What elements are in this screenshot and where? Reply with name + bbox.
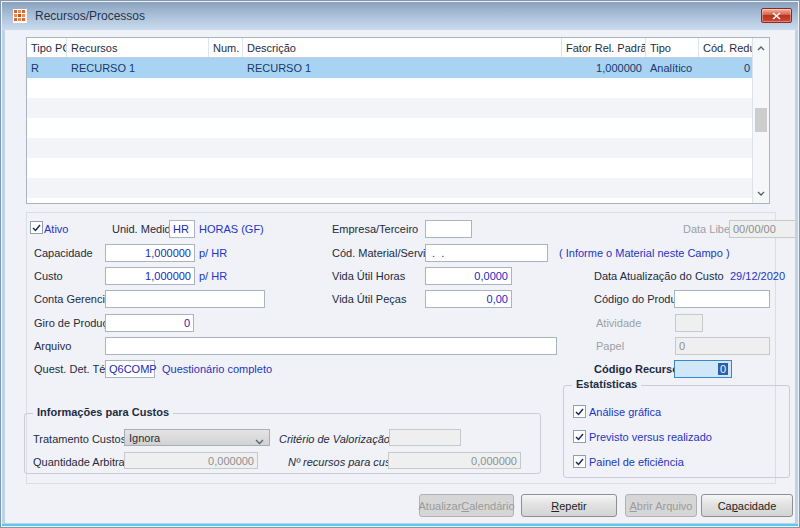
atividade-field (675, 314, 703, 332)
app-icon (12, 8, 28, 24)
col-fator-rel-padrao[interactable]: Fator Rel. Padrão (562, 38, 646, 57)
title-bar[interactable]: Recursos/Processos (2, 2, 798, 30)
chevron-down-icon (255, 435, 264, 447)
scroll-down-icon[interactable] (753, 185, 769, 201)
n-recursos-custos-field: 0,000000 (388, 452, 521, 469)
col-descricao[interactable]: Descrição (243, 38, 562, 57)
custo-field[interactable]: 1,000000 (105, 267, 195, 285)
quantidade-arbitrada-field: 0,000000 (124, 452, 258, 469)
giro-producao-field[interactable]: 0 (105, 314, 194, 332)
empresa-terceiro-field[interactable] (425, 220, 472, 238)
atualizar-calendario-button: Atualizar Calendário (419, 494, 514, 517)
ativo-checkbox[interactable] (30, 221, 43, 234)
unid-medida-label: Unid. Medida (112, 223, 177, 235)
cell-recursos: RECURSO 1 (67, 58, 209, 78)
previsto-realizado-label: Previsto versus realizado (589, 431, 712, 443)
vida-util-horas-field[interactable]: 0,0000 (425, 267, 512, 285)
analise-grafica-checkbox[interactable] (573, 405, 586, 418)
cell-tipo-pcp: R (27, 58, 67, 78)
conta-gerencial-label: Conta Gerencial (34, 293, 114, 305)
codigo-produto-label: Código do Produto (594, 293, 686, 305)
tratamento-custos-value: Ignora (129, 432, 160, 444)
recursos-processos-dialog: Recursos/Processos Tipo PCP Recursos Num… (0, 0, 800, 528)
painel-eficiencia-checkbox[interactable] (573, 455, 586, 468)
tratamento-custos-dropdown[interactable]: Ignora (124, 429, 270, 446)
col-tipo[interactable]: Tipo (646, 38, 699, 57)
col-cod-reduzido[interactable]: Cód. Reduzido (699, 38, 754, 57)
capacidade-label: Capacidade (34, 247, 93, 259)
unid-medida-desc: HORAS (GF) (199, 223, 264, 235)
close-button[interactable] (761, 8, 792, 23)
quest-det-tec-field[interactable]: Q6COMP (105, 360, 155, 378)
criterio-valorizacao-field (389, 429, 461, 446)
window-edge-highlight (2, 524, 798, 526)
vida-util-pecas-label: Vida Útil Peças (332, 293, 406, 305)
tratamento-custos-label: Tratamento Custos (33, 433, 126, 445)
criterio-valorizacao-label: Critério de Valorização (279, 433, 390, 445)
col-tipo-pcp[interactable]: Tipo PCP (27, 38, 67, 57)
arquivo-field[interactable] (105, 337, 557, 355)
cell-descricao: RECURSO 1 (243, 58, 562, 78)
codigo-recurso-field[interactable]: 0 (674, 360, 732, 378)
cod-material-field[interactable]: . . (425, 244, 548, 262)
capacidade-unit: p/ HR (199, 247, 227, 259)
estatisticas-group-title: Estatísticas (572, 378, 641, 390)
check-icon (575, 458, 584, 466)
empresa-terceiro-label: Empresa/Terceiro (332, 223, 418, 235)
empty-row (27, 98, 769, 118)
capacidade-button[interactable]: Capacidade (701, 494, 793, 517)
ativo-label: Ativo (44, 223, 68, 235)
atividade-label: Atividade (596, 317, 641, 329)
cell-cod-reduzido: 0 (699, 58, 754, 78)
table-row[interactable]: R RECURSO 1 RECURSO 1 1,000000 Analítico… (27, 58, 769, 78)
selected-value: 0 (718, 363, 728, 375)
papel-field: 0 (675, 337, 770, 355)
quantidade-arbitrada-label: Quantidade Arbitrada (33, 456, 137, 468)
resources-table: Tipo PCP Recursos Num. Descrição Fator R… (26, 37, 770, 204)
data-atualizacao-label: Data Atualização do Custo (594, 270, 724, 282)
close-icon (772, 12, 781, 20)
check-icon (575, 433, 584, 441)
codigo-recurso-label: Código Recurso (594, 363, 679, 375)
check-icon (32, 224, 41, 232)
previsto-realizado-checkbox[interactable] (573, 430, 586, 443)
repetir-button[interactable]: Repetir (521, 494, 617, 517)
quest-det-tec-label: Quest. Det. Téc. (34, 363, 114, 375)
col-recursos[interactable]: Recursos (67, 38, 209, 57)
cod-material-hint: ( Informe o Material neste Campo ) (559, 247, 730, 259)
painel-eficiencia-label: Painel de eficiência (589, 456, 684, 468)
cell-fator-rel-padrao: 1,000000 (562, 58, 646, 78)
scrollbar-thumb[interactable] (755, 108, 767, 132)
empty-row (27, 118, 769, 138)
capacidade-field[interactable]: 1,000000 (105, 244, 195, 262)
quest-det-tec-desc: Questionário completo (162, 363, 272, 375)
table-header: Tipo PCP Recursos Num. Descrição Fator R… (27, 38, 769, 58)
empty-row (27, 78, 769, 98)
analise-grafica-label: Análise gráfica (589, 406, 661, 418)
arquivo-label: Arquivo (34, 340, 71, 352)
col-num[interactable]: Num. (209, 38, 243, 57)
abrir-arquivo-button: Abrir Arquivo (625, 494, 697, 517)
window-title: Recursos/Processos (35, 9, 145, 23)
data-liberacao-field: 00/00/00 (729, 220, 796, 238)
cell-tipo: Analítico (646, 58, 699, 78)
scroll-up-icon[interactable] (753, 40, 769, 56)
check-icon (575, 408, 584, 416)
codigo-produto-field[interactable] (674, 290, 770, 308)
cod-material-label: Cód. Material/Serviço (332, 247, 437, 259)
papel-label: Papel (596, 340, 624, 352)
estatisticas-groupbox: Estatísticas Análise gráfica Previsto ve… (563, 385, 790, 478)
custo-unit: p/ HR (199, 270, 227, 282)
empty-row (27, 158, 769, 178)
custo-label: Custo (34, 270, 63, 282)
empty-row (27, 178, 769, 198)
vida-util-horas-label: Vida Útil Horas (332, 270, 405, 282)
table-scrollbar[interactable] (752, 38, 769, 203)
conta-gerencial-field[interactable] (105, 290, 265, 308)
data-atualizacao-value: 29/12/2020 (730, 270, 785, 282)
vida-util-pecas-field[interactable]: 0,00 (425, 290, 512, 308)
cell-num (209, 58, 243, 78)
custos-group-title: Informações para Custos (33, 406, 173, 418)
unid-medida-field[interactable]: HR (169, 220, 195, 238)
empty-row (27, 138, 769, 158)
